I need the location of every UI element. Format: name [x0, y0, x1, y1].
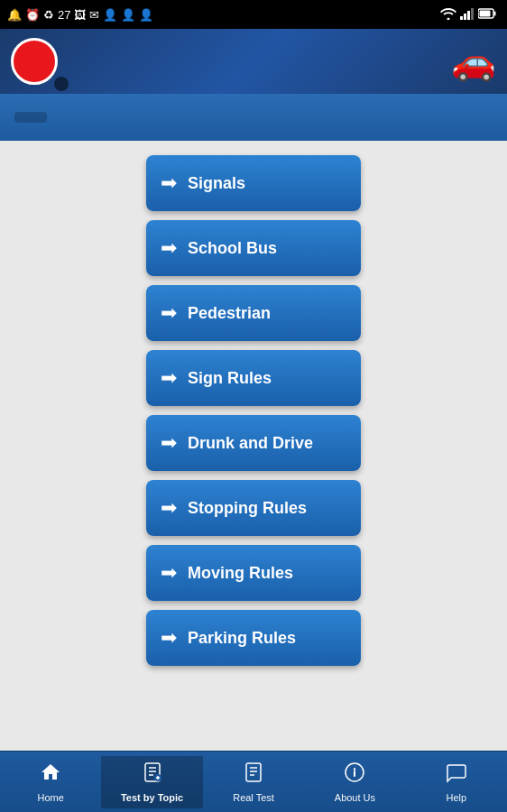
- main-content: ➡ Signals ➡ School Bus ➡ Pedestrian ➡ Si…: [0, 141, 507, 751]
- ad-info-icon[interactable]: [54, 77, 69, 91]
- nav-item-home[interactable]: Home: [0, 756, 101, 808]
- home-nav-label: Home: [38, 792, 64, 803]
- wifi-icon: [440, 7, 456, 23]
- alarm-icon: ⏰: [25, 8, 40, 22]
- user-icon-2: 👤: [121, 8, 135, 22]
- svg-rect-2: [464, 14, 466, 20]
- category-label: Sign Rules: [188, 369, 272, 388]
- page-title: [14, 112, 47, 123]
- arrow-icon: ➡: [161, 366, 177, 390]
- help-nav-icon: [446, 761, 467, 789]
- home-nav-icon: [40, 761, 61, 789]
- category-label: Parking Rules: [188, 629, 296, 648]
- category-btn-moving-rules[interactable]: ➡ Moving Rules: [146, 545, 361, 601]
- notification-count: 27: [58, 8, 70, 22]
- nav-item-about-us[interactable]: About Us: [304, 756, 405, 808]
- svg-rect-6: [494, 11, 496, 15]
- arrow-icon: ➡: [161, 236, 177, 260]
- battery-icon: [478, 8, 496, 22]
- svg-rect-10: [246, 763, 261, 781]
- svg-rect-3: [467, 11, 470, 20]
- real-test-nav-label: Real Test: [233, 792, 274, 803]
- category-btn-signals[interactable]: ➡ Signals: [146, 155, 361, 211]
- ask-logo: [11, 38, 58, 85]
- ad-car-icon: 🚗: [451, 41, 496, 83]
- user-icon-3: 👤: [139, 8, 153, 22]
- status-left-icons: 🔔 ⏰ ♻ 27 🖼 ✉ 👤 👤 👤: [7, 8, 153, 22]
- svg-point-0: [447, 17, 450, 20]
- svg-rect-4: [471, 8, 474, 20]
- help-nav-label: Help: [447, 792, 467, 803]
- test-by-topic-nav-label: Test by Topic: [121, 792, 183, 803]
- arrow-icon: ➡: [161, 626, 177, 650]
- test-by-topic-nav-icon: [142, 761, 163, 789]
- real-test-nav-icon: [243, 761, 264, 789]
- arrow-icon: ➡: [161, 496, 177, 520]
- about-us-nav-label: About Us: [335, 792, 375, 803]
- nav-item-real-test[interactable]: Real Test: [203, 756, 304, 808]
- category-label: Drunk and Drive: [188, 434, 313, 453]
- svg-rect-7: [480, 10, 491, 16]
- arrow-icon: ➡: [161, 431, 177, 455]
- page-header: [0, 94, 507, 141]
- category-btn-school-bus[interactable]: ➡ School Bus: [146, 220, 361, 276]
- image-icon: 🖼: [74, 8, 86, 22]
- category-btn-stopping-rules[interactable]: ➡ Stopping Rules: [146, 480, 361, 536]
- sync-icon: ♻: [43, 8, 54, 22]
- ad-text: [58, 51, 451, 71]
- status-right-icons: [440, 7, 500, 23]
- user-icon-1: 👤: [103, 8, 117, 22]
- notification-icon: 🔔: [7, 8, 22, 22]
- category-btn-sign-rules[interactable]: ➡ Sign Rules: [146, 350, 361, 406]
- ad-banner[interactable]: 🚗: [0, 29, 507, 94]
- status-bar: 🔔 ⏰ ♻ 27 🖼 ✉ 👤 👤 👤: [0, 0, 507, 29]
- category-btn-parking-rules[interactable]: ➡ Parking Rules: [146, 610, 361, 666]
- category-label: School Bus: [188, 239, 277, 258]
- bottom-nav: Home Test by Topic Real Test About Us He…: [0, 751, 507, 812]
- category-btn-pedestrian[interactable]: ➡ Pedestrian: [146, 285, 361, 341]
- svg-rect-1: [460, 16, 463, 20]
- email-icon: ✉: [89, 8, 99, 22]
- category-label: Moving Rules: [188, 564, 293, 583]
- category-label: Stopping Rules: [188, 499, 307, 518]
- category-label: Signals: [188, 174, 245, 193]
- signal-icon: [460, 7, 475, 23]
- arrow-icon: ➡: [161, 171, 177, 195]
- about-us-nav-icon: [344, 761, 365, 789]
- category-label: Pedestrian: [188, 304, 271, 323]
- category-btn-drunk-and-drive[interactable]: ➡ Drunk and Drive: [146, 415, 361, 471]
- arrow-icon: ➡: [161, 301, 177, 325]
- nav-item-help[interactable]: Help: [406, 756, 507, 808]
- arrow-icon: ➡: [161, 561, 177, 585]
- nav-item-test-by-topic[interactable]: Test by Topic: [101, 756, 202, 808]
